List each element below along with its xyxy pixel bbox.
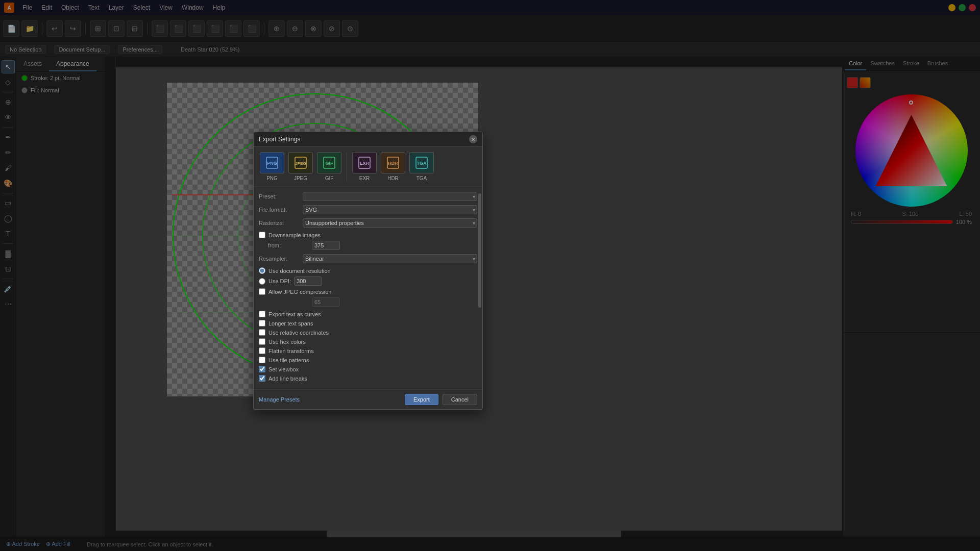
allow-jpeg-label: Allow JPEG compression (268, 289, 332, 295)
hdr-icon: HDR (381, 152, 405, 173)
exr-label: EXR (359, 176, 370, 181)
use-doc-res-row: Use document resolution (259, 267, 477, 274)
file-format-label: File format: (259, 207, 300, 213)
add-line-breaks-label: Add line breaks (268, 375, 307, 382)
use-dpi-label: Use DPI: (268, 278, 291, 284)
rasterize-label: Rasterize: (259, 220, 300, 226)
longer-text-row: Longer text spans (259, 320, 477, 327)
rasterize-select-wrap: Unsupported properties (303, 218, 477, 228)
dialog-scrollbar[interactable] (478, 193, 481, 384)
downsample-row: Downsample images (259, 232, 477, 238)
flatten-transforms-checkbox[interactable] (259, 347, 265, 354)
use-tile-patterns-checkbox[interactable] (259, 357, 265, 363)
resampler-label: Resampler: (259, 256, 300, 262)
use-dpi-radio[interactable] (259, 278, 265, 285)
flatten-transforms-label: Flatten transforms (268, 348, 314, 354)
use-tile-patterns-label: Use tile patterns (268, 357, 309, 363)
format-exr[interactable]: EXR EXR (352, 152, 377, 181)
flatten-transforms-row: Flatten transforms (259, 347, 477, 354)
svg-text:HDR: HDR (388, 161, 398, 166)
format-header: Export Settings ✕ (254, 132, 482, 147)
dpi-input[interactable] (294, 277, 322, 286)
rasterize-select[interactable]: Unsupported properties (303, 218, 477, 228)
use-rel-coords-label: Use relative coordinates (268, 330, 329, 336)
quality-row (259, 297, 477, 307)
export-text-row: Export text as curves (259, 311, 477, 317)
allow-jpeg-checkbox[interactable] (259, 288, 265, 295)
format-sep (347, 152, 347, 181)
file-format-select-wrap: SVG (303, 205, 477, 214)
gif-icon: GIF (317, 152, 341, 173)
preset-label: Preset: (259, 193, 300, 199)
file-format-row: File format: SVG (259, 205, 477, 214)
use-dpi-row: Use DPI: (259, 277, 477, 286)
svg-text:TGA: TGA (417, 161, 427, 166)
export-button[interactable]: Export (405, 394, 438, 405)
format-title: Export Settings (259, 136, 300, 143)
quality-input[interactable] (312, 297, 340, 307)
set-viewbox-checkbox[interactable] (259, 366, 265, 372)
use-hex-colors-row: Use hex colors (259, 338, 477, 345)
svg-text:GIF: GIF (326, 161, 334, 166)
add-line-breaks-row: Add line breaks (259, 375, 477, 382)
use-rel-coords-checkbox[interactable] (259, 329, 265, 336)
svg-text:JPEG: JPEG (295, 161, 306, 166)
export-text-label: Export text as curves (268, 311, 321, 317)
resampler-row: Resampler: Bilinear (259, 254, 477, 263)
tga-label: TGA (416, 176, 427, 181)
format-close-button[interactable]: ✕ (469, 135, 477, 143)
downsample-label: Downsample images (268, 232, 321, 238)
use-hex-colors-checkbox[interactable] (259, 338, 265, 345)
format-gif[interactable]: GIF GIF (317, 152, 341, 181)
format-tga[interactable]: TGA TGA (409, 152, 434, 181)
from-input[interactable] (312, 241, 340, 250)
downsample-checkbox[interactable] (259, 232, 265, 238)
jpeg-label: JPEG (294, 176, 307, 181)
hdr-label: HDR (387, 176, 399, 181)
manage-presets-link[interactable]: Manage Presets (259, 396, 300, 403)
format-jpeg[interactable]: JPEG JPEG (288, 152, 313, 181)
export-text-checkbox[interactable] (259, 311, 265, 317)
exr-icon: EXR (352, 152, 377, 173)
use-hex-colors-label: Use hex colors (268, 339, 306, 345)
preset-select[interactable] (303, 192, 477, 201)
tga-icon: TGA (409, 152, 434, 173)
jpeg-icon: JPEG (288, 152, 313, 173)
png-label: PNG (266, 176, 278, 181)
preset-row: Preset: (259, 192, 477, 201)
format-footer: Manage Presets Export Cancel (254, 389, 482, 409)
dialog-scrollbar-thumb[interactable] (478, 193, 481, 308)
set-viewbox-row: Set viewbox (259, 366, 477, 372)
svg-text:EXR: EXR (360, 161, 370, 166)
use-doc-res-label: Use document resolution (268, 268, 331, 274)
format-footer-buttons: Export Cancel (405, 394, 477, 405)
file-format-select[interactable]: SVG (303, 205, 477, 214)
gif-label: GIF (325, 176, 334, 181)
from-label: from: (268, 242, 309, 248)
resampler-select[interactable]: Bilinear (303, 254, 477, 263)
preset-select-wrap (303, 192, 477, 201)
use-doc-res-radio[interactable] (259, 267, 265, 274)
png-icon: PNG (260, 152, 284, 173)
resampler-select-wrap: Bilinear (303, 254, 477, 263)
use-tile-patterns-row: Use tile patterns (259, 357, 477, 363)
rasterize-row: Rasterize: Unsupported properties (259, 218, 477, 228)
format-icons-row: PNG PNG JPEG JPEG GIF GIF EXR EXR HDR (254, 147, 482, 187)
set-viewbox-label: Set viewbox (268, 366, 299, 372)
longer-text-label: Longer text spans (268, 320, 313, 327)
format-png[interactable]: PNG PNG (260, 152, 284, 181)
format-body: Preset: File format: SVG Rasterize: Unsu… (254, 187, 482, 389)
format-hdr[interactable]: HDR HDR (381, 152, 405, 181)
from-row: from: (259, 241, 477, 250)
format-dialog: Export Settings ✕ PNG PNG JPEG JPEG GIF … (253, 132, 483, 410)
cancel-button[interactable]: Cancel (443, 394, 477, 405)
allow-jpeg-row: Allow JPEG compression (259, 288, 477, 295)
add-line-breaks-checkbox[interactable] (259, 375, 265, 382)
modal-overlay (0, 0, 980, 551)
svg-text:PNG: PNG (267, 161, 277, 166)
longer-text-checkbox[interactable] (259, 320, 265, 327)
use-rel-coords-row: Use relative coordinates (259, 329, 477, 336)
